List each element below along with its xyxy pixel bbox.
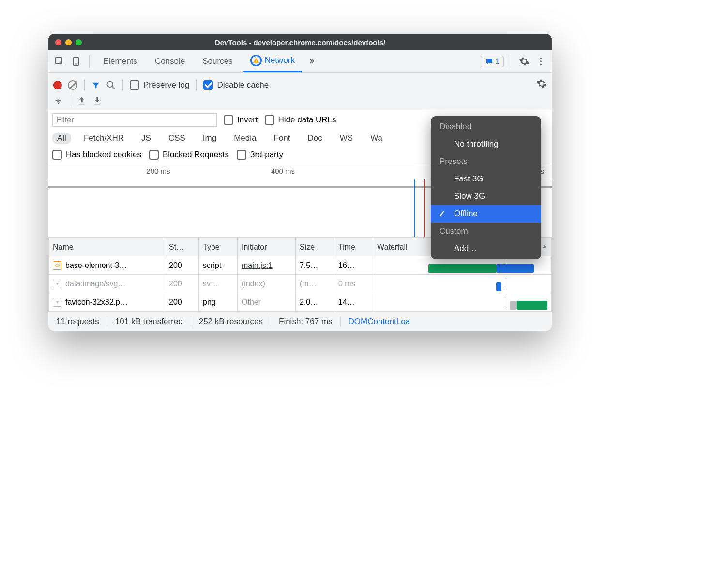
inspect-icon[interactable]: [53, 55, 66, 68]
request-time: 0 ms: [334, 275, 373, 293]
col-size[interactable]: Size: [296, 238, 334, 256]
dropdown-item-add-[interactable]: Add…: [431, 240, 541, 257]
download-har-icon[interactable]: [92, 96, 102, 105]
settings-icon[interactable]: [518, 55, 531, 68]
separator: [70, 95, 70, 106]
dropdown-item-fast-3g[interactable]: Fast 3G: [431, 170, 541, 188]
col-initiator[interactable]: Initiator: [238, 238, 296, 256]
devtools-window: DevTools - developer.chrome.com/docs/dev…: [48, 34, 552, 331]
request-status: 200: [165, 256, 199, 275]
svg-point-7: [540, 63, 542, 65]
request-time: 14…: [334, 293, 373, 312]
svg-rect-4: [256, 61, 256, 62]
waterfall-cell: [377, 259, 547, 271]
network-toolbar: Preserve log Disable cache: [48, 73, 552, 110]
hide-data-urls-label: Hide data URLs: [278, 115, 336, 125]
request-initiator-link[interactable]: (index): [242, 280, 265, 288]
request-name: base-element-3…: [65, 261, 127, 270]
sb-requests: 11 requests: [48, 317, 107, 327]
file-type-icon: ▾: [53, 298, 61, 307]
separator: [89, 55, 90, 68]
timeline-tick: 400 ms: [173, 167, 298, 175]
third-party-checkbox[interactable]: 3rd-party: [237, 150, 283, 160]
tab-console[interactable]: Console: [148, 50, 192, 72]
timeline-tick: 200 ms: [48, 167, 173, 175]
checkbox-icon: [203, 80, 213, 90]
sb-domcontentloaded: DOMContentLoa: [341, 317, 418, 327]
separator: [84, 80, 85, 90]
request-initiator-link[interactable]: main.js:1: [242, 261, 273, 269]
request-row[interactable]: ▾favicon-32x32.p…200pngOther2.0…14…: [49, 293, 552, 312]
col-status[interactable]: St…: [165, 238, 199, 256]
upload-har-icon[interactable]: [77, 96, 87, 105]
filter-type-fetchxhr[interactable]: Fetch/XHR: [79, 133, 129, 144]
dropdown-header: Disabled: [431, 118, 541, 135]
close-window-button[interactable]: [55, 39, 61, 45]
throttling-dropdown: DisabledNo throttlingPresetsFast 3GSlow …: [431, 116, 541, 259]
svg-line-9: [112, 86, 115, 89]
disable-cache-checkbox[interactable]: Disable cache: [203, 80, 269, 90]
request-name: data:image/svg…: [65, 280, 126, 288]
issues-count: 1: [496, 57, 500, 65]
tab-network[interactable]: Network: [243, 50, 302, 72]
blocked-requests-checkbox[interactable]: Blocked Requests: [149, 150, 229, 160]
filter-icon[interactable]: [91, 81, 100, 89]
filter-type-img[interactable]: Img: [198, 133, 221, 144]
waterfall-cell: [377, 278, 547, 290]
request-type: png: [199, 293, 238, 312]
filter-type-all[interactable]: All: [52, 133, 71, 144]
col-name[interactable]: Name: [49, 238, 165, 256]
preserve-log-checkbox[interactable]: Preserve log: [130, 80, 189, 90]
request-type: sv…: [199, 275, 238, 293]
search-icon[interactable]: [106, 80, 116, 90]
invert-checkbox[interactable]: Invert: [224, 115, 258, 125]
filter-type-wa[interactable]: Wa: [365, 133, 387, 144]
dropdown-item-offline[interactable]: Offline: [431, 205, 541, 223]
network-settings-icon[interactable]: [536, 78, 547, 91]
network-conditions-icon[interactable]: [53, 96, 63, 105]
kebab-menu-icon[interactable]: [534, 55, 547, 68]
has-blocked-cookies-checkbox[interactable]: Has blocked cookies: [52, 150, 141, 160]
record-button[interactable]: [53, 81, 62, 89]
invert-label: Invert: [237, 115, 258, 125]
dropdown-item-slow-3g[interactable]: Slow 3G: [431, 188, 541, 205]
statusbar: 11 requests 101 kB transferred 252 kB re…: [48, 312, 552, 331]
traffic-lights: [55, 39, 82, 45]
request-name: favicon-32x32.p…: [65, 298, 128, 307]
zoom-window-button[interactable]: [76, 39, 82, 45]
col-type[interactable]: Type: [199, 238, 238, 256]
minimize-window-button[interactable]: [65, 39, 72, 45]
filter-type-css[interactable]: CSS: [164, 133, 190, 144]
filter-type-ws[interactable]: WS: [335, 133, 358, 144]
sb-resources: 252 kB resources: [191, 317, 271, 327]
main-tab-bar: Elements Console Sources Network 1: [48, 50, 552, 73]
request-row[interactable]: ▾data:image/svg…200sv…(index)(m…0 ms: [49, 275, 552, 293]
tab-network-label: Network: [265, 56, 295, 65]
tab-elements[interactable]: Elements: [96, 50, 144, 72]
filter-type-media[interactable]: Media: [229, 133, 261, 144]
hide-data-urls-checkbox[interactable]: Hide data URLs: [265, 115, 336, 125]
separator: [122, 80, 123, 90]
request-status: 200: [165, 293, 199, 312]
dropdown-header: Custom: [431, 223, 541, 240]
filter-type-js[interactable]: JS: [136, 133, 156, 144]
request-size: 7.5…: [296, 256, 334, 275]
preserve-log-label: Preserve log: [143, 80, 189, 90]
filter-type-font[interactable]: Font: [269, 133, 295, 144]
device-toggle-icon[interactable]: [70, 55, 82, 68]
tab-sources[interactable]: Sources: [196, 50, 239, 72]
svg-point-5: [540, 57, 542, 59]
load-marker: [424, 179, 425, 237]
clear-icon[interactable]: [68, 80, 77, 90]
col-time[interactable]: Time: [334, 238, 373, 256]
issues-badge[interactable]: 1: [481, 56, 504, 67]
waterfall-cell: [377, 296, 547, 308]
more-tabs-icon[interactable]: [305, 55, 318, 68]
filter-input[interactable]: [52, 113, 217, 127]
sb-finish: Finish: 767 ms: [271, 317, 341, 327]
dropdown-header: Presets: [431, 153, 541, 170]
filter-type-doc[interactable]: Doc: [303, 133, 327, 144]
request-initiator: Other: [242, 298, 261, 306]
dropdown-item-no-throttling[interactable]: No throttling: [431, 135, 541, 153]
checkbox-icon: [130, 80, 139, 90]
